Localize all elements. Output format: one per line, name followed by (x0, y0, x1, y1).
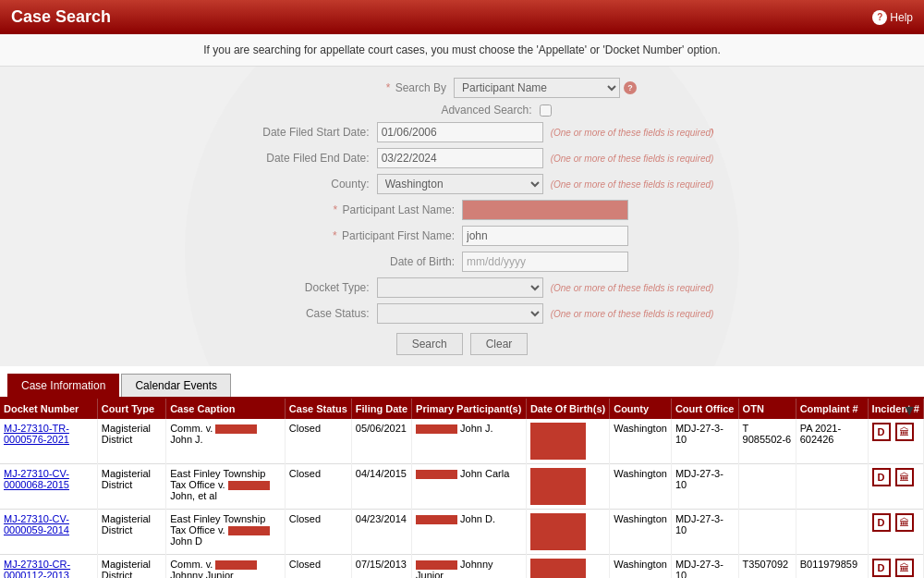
docket-type-select[interactable] (377, 277, 543, 298)
cell-caption: Comm. v. Johnny Junior (166, 555, 286, 579)
advanced-search-row: Advanced Search: (18, 104, 906, 117)
cell-participant: John D. (412, 510, 527, 555)
help-icon: ? (872, 10, 887, 25)
cell-participant: Johnny Junior (412, 555, 527, 579)
case-status-label: Case Status: (211, 307, 377, 320)
form-buttons: Search Clear (18, 333, 906, 355)
cell-court-type: Magisterial District (97, 510, 165, 555)
docket-icon[interactable]: D (872, 513, 891, 532)
col-docket[interactable]: Docket Number (0, 399, 97, 419)
cell-court-type: Magisterial District (97, 419, 165, 464)
cell-otn: T 9085502-6 (738, 419, 796, 464)
docket-icon[interactable]: D (872, 423, 891, 441)
cell-complaint (796, 510, 868, 555)
col-filing[interactable]: Filing Date (351, 399, 411, 419)
dob-row: Date of Birth: (18, 252, 906, 272)
page-header: Case Search ? Help (0, 0, 924, 34)
clear-button[interactable]: Clear (470, 333, 529, 355)
cell-dob (526, 510, 609, 555)
first-name-label: * Participant First Name: (296, 229, 462, 242)
search-button[interactable]: Search (396, 333, 463, 355)
date-start-input[interactable] (377, 122, 543, 142)
cell-incident: D 🏛 (868, 464, 923, 510)
case-status-row: Case Status: (One or more of these field… (18, 303, 906, 324)
cell-complaint: B011979859 (796, 555, 868, 579)
docket-icon[interactable]: D (872, 559, 891, 577)
cell-participant: John Carla (412, 464, 527, 510)
date-end-input[interactable] (377, 148, 543, 168)
col-court-office[interactable]: Court Office (671, 399, 738, 419)
cell-otn (738, 510, 796, 555)
cell-court-office: MDJ-27-3-10 (671, 510, 738, 555)
docket-link[interactable]: MJ-27310-CR-0000112-2013 (4, 559, 70, 578)
docket-link[interactable]: MJ-27310-TR-0000576-2021 (4, 423, 69, 445)
col-otn[interactable]: OTN (738, 399, 796, 419)
search-by-help-icon[interactable]: ? (624, 81, 637, 94)
table-row: MJ-27310-TR-0000576-2021 Magisterial Dis… (0, 419, 924, 464)
col-complaint[interactable]: Complaint # (796, 399, 868, 419)
last-name-row: * Participant Last Name: (18, 200, 906, 220)
date-end-label: Date Filed End Date: (211, 152, 377, 165)
cell-incident: D 🏛 (868, 555, 923, 579)
first-name-input[interactable] (462, 226, 628, 246)
col-participant[interactable]: Primary Participant(s) (412, 399, 527, 419)
court-icon[interactable]: 🏛 (895, 423, 914, 441)
court-icon[interactable]: 🏛 (895, 513, 914, 532)
dob-input[interactable] (462, 252, 628, 272)
search-by-select[interactable]: Participant Name Docket Number Appellate (454, 78, 620, 98)
table-header-row: Docket Number Court Type Case Caption Ca… (0, 399, 924, 419)
first-name-row: * Participant First Name: (18, 226, 906, 246)
county-select[interactable]: -- Select -- Washington Allegheny Philad… (377, 174, 543, 194)
help-link[interactable]: ? Help (872, 10, 913, 25)
case-status-select[interactable] (377, 303, 543, 324)
cell-caption: East Finley Township Tax Office v. John … (166, 510, 286, 555)
docket-link[interactable]: MJ-27310-CV-0000059-2014 (4, 513, 69, 535)
cell-filing: 07/15/2013 (351, 555, 411, 579)
col-caption[interactable]: Case Caption (166, 399, 286, 419)
filter-icon[interactable]: ▼ (902, 402, 917, 419)
search-by-row: * Search By Participant Name Docket Numb… (18, 78, 906, 98)
date-end-row: Date Filed End Date: (One or more of the… (18, 148, 906, 168)
cell-docket: MJ-27310-CV-0000059-2014 (0, 510, 97, 555)
tabs-row: Case Information Calendar Events (0, 366, 924, 399)
cell-county: Washington (610, 419, 672, 464)
last-name-redacted (462, 200, 628, 220)
col-county[interactable]: County (610, 399, 672, 419)
cell-county: Washington (610, 510, 672, 555)
cell-county: Washington (610, 555, 672, 579)
advanced-search-checkbox[interactable] (540, 105, 552, 117)
court-icon[interactable]: 🏛 (895, 559, 914, 577)
cell-court-office: MDJ-27-3-10 (671, 555, 738, 579)
date-start-label: Date Filed Start Date: (211, 126, 377, 139)
docket-type-hint: (One or more of these fields is required… (551, 283, 714, 293)
cell-status: Closed (285, 419, 351, 464)
cell-status: Closed (285, 510, 351, 555)
docket-icon[interactable]: D (872, 468, 891, 486)
docket-type-label: Docket Type: (211, 281, 377, 294)
cell-docket: MJ-27310-TR-0000576-2021 (0, 419, 97, 464)
advanced-search-label: Advanced Search: (373, 104, 540, 117)
last-name-label: * Participant Last Name: (296, 203, 462, 216)
court-icon[interactable]: 🏛 (895, 468, 914, 486)
col-court-type[interactable]: Court Type (97, 399, 165, 419)
cell-incident: D 🏛 (868, 419, 923, 464)
date-start-hint: (One or more of these fields is required… (551, 128, 714, 138)
county-label: County: (211, 178, 377, 191)
cell-dob (526, 419, 609, 464)
case-status-hint: (One or more of these fields is required… (551, 309, 714, 319)
table-row: MJ-27310-CR-0000112-2013 Magisterial Dis… (0, 555, 924, 579)
cell-participant: John J. (412, 419, 527, 464)
cell-court-type: Magisterial District (97, 555, 165, 579)
cell-court-office: MDJ-27-3-10 (671, 419, 738, 464)
docket-link[interactable]: MJ-27310-CV-0000068-2015 (4, 468, 69, 490)
tab-case-information[interactable]: Case Information (7, 374, 119, 397)
date-end-hint: (One or more of these fields is required… (551, 154, 714, 164)
results-table: Docket Number Court Type Case Caption Ca… (0, 399, 924, 578)
cell-docket: MJ-27310-CR-0000112-2013 (0, 555, 97, 579)
tab-calendar-events[interactable]: Calendar Events (121, 374, 231, 397)
table-row: MJ-27310-CV-0000068-2015 Magisterial Dis… (0, 464, 924, 510)
col-status[interactable]: Case Status (285, 399, 351, 419)
page-title: Case Search (11, 7, 111, 27)
col-dob[interactable]: Date Of Birth(s) (526, 399, 609, 419)
cell-otn (738, 464, 796, 510)
